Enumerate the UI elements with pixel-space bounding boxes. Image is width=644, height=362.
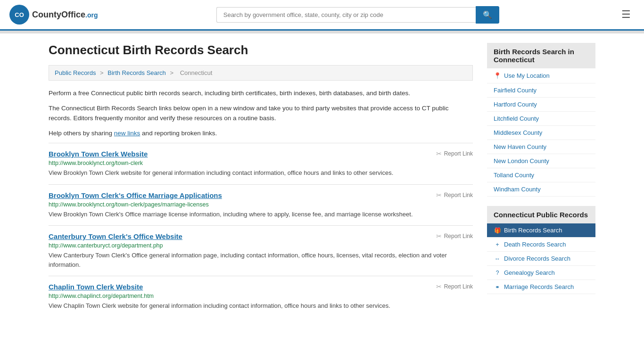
intro3-after: and reporting broken links. <box>140 130 217 137</box>
pr-icon: ? <box>494 270 501 276</box>
main-content: Connecticut Birth Records Search Public … <box>49 43 473 317</box>
county-link[interactable]: New Haven County <box>487 140 595 154</box>
breadcrumb: Public Records > Birth Records Search > … <box>49 65 473 81</box>
result-url[interactable]: http://www.brooklynct.org/town-clerk <box>49 160 473 166</box>
search-area: 🔍 <box>216 6 499 24</box>
site-header: CO CountyOffice.org 🔍 ☰ <box>0 0 644 31</box>
sidebar-section-public-records: Connecticut Public Records 🎁 Birth Recor… <box>487 206 595 294</box>
result-desc: View Canterbury Town Clerk's Office gene… <box>49 251 473 269</box>
public-record-link[interactable]: + Death Records Search <box>487 238 595 251</box>
breadcrumb-public-records[interactable]: Public Records <box>55 69 96 76</box>
report-icon: ✂ <box>436 191 442 199</box>
public-record-link[interactable]: ↔ Divorce Records Search <box>487 252 595 265</box>
result-title[interactable]: Chaplin Town Clerk Website <box>49 283 143 291</box>
pr-label: Marriage Records Search <box>504 283 574 290</box>
county-list: Fairfield CountyHartford CountyLitchfiel… <box>487 83 595 197</box>
breadcrumb-sep1: > <box>100 69 105 76</box>
logo-text: CountyOffice.org <box>32 10 98 20</box>
pr-icon: + <box>494 241 501 248</box>
public-records-list-item: + Death Records Search <box>487 238 595 252</box>
county-link[interactable]: Windham County <box>487 182 595 196</box>
breadcrumb-sep2: > <box>170 69 175 76</box>
result-title[interactable]: Canterbury Town Clerk's Office Website <box>49 232 182 240</box>
sidebar-section2-title: Connecticut Public Records <box>487 206 595 223</box>
public-record-link[interactable]: ⚭ Marriage Records Search <box>487 280 595 294</box>
report-link[interactable]: ✂ Report Link <box>436 150 473 157</box>
county-link[interactable]: New London County <box>487 154 595 168</box>
report-label: Report Link <box>444 283 473 290</box>
search-icon: 🔍 <box>483 11 492 19</box>
report-link[interactable]: ✂ Report Link <box>436 283 473 290</box>
report-label: Report Link <box>444 150 473 157</box>
pr-label: Divorce Records Search <box>504 255 570 262</box>
logo-name: CountyOffice <box>32 10 85 19</box>
result-url[interactable]: http://www.chaplinct.org/department.htm <box>49 293 473 299</box>
county-list-item: Fairfield County <box>487 83 595 98</box>
breadcrumb-connecticut: Connecticut <box>180 69 213 76</box>
logo-icon: CO <box>9 5 29 25</box>
intro-paragraph-1: Perform a free Connecticut public birth … <box>49 88 473 99</box>
report-icon: ✂ <box>436 232 442 240</box>
intro-paragraph-3: Help others by sharing new links and rep… <box>49 128 473 139</box>
intro-paragraph-2: The Connecticut Birth Records Search lin… <box>49 103 473 123</box>
hamburger-icon: ☰ <box>621 8 631 20</box>
page-title: Connecticut Birth Records Search <box>49 43 473 58</box>
report-icon: ✂ <box>436 283 442 290</box>
use-location-label: Use My Location <box>504 72 550 79</box>
public-records-list: 🎁 Birth Records Search + Death Records S… <box>487 223 595 294</box>
search-button[interactable]: 🔍 <box>476 6 499 24</box>
county-link[interactable]: Fairfield County <box>487 83 595 97</box>
public-records-list-item: ↔ Divorce Records Search <box>487 252 595 266</box>
result-title[interactable]: Brooklyn Town Clerk's Office Marriage Ap… <box>49 191 222 199</box>
report-link[interactable]: ✂ Report Link <box>436 232 473 240</box>
pr-icon: ↔ <box>494 255 501 262</box>
menu-button[interactable]: ☰ <box>618 7 635 23</box>
search-input[interactable] <box>216 7 476 23</box>
report-icon: ✂ <box>436 150 442 157</box>
sidebar-section-counties: Birth Records Search in Connecticut 📍 Us… <box>487 43 595 197</box>
intro3-before: Help others by sharing <box>49 130 114 137</box>
sidebar-section1-title: Birth Records Search in Connecticut <box>487 43 595 68</box>
pr-icon: 🎁 <box>494 227 501 234</box>
public-records-list-item: ? Genealogy Search <box>487 266 595 280</box>
pr-label: Death Records Search <box>504 241 566 248</box>
pr-label: Birth Records Search <box>504 227 562 234</box>
result-item: Canterbury Town Clerk's Office Website ✂… <box>49 225 473 276</box>
new-links-link[interactable]: new links <box>114 130 140 137</box>
breadcrumb-birth-records[interactable]: Birth Records Search <box>107 69 166 76</box>
result-item: Brooklyn Town Clerk Website ✂ Report Lin… <box>49 143 473 184</box>
result-url[interactable]: http://www.brooklynct.org/town-clerk/pag… <box>49 201 473 208</box>
result-header: Canterbury Town Clerk's Office Website ✂… <box>49 232 473 240</box>
result-title[interactable]: Brooklyn Town Clerk Website <box>49 150 148 158</box>
result-header: Brooklyn Town Clerk's Office Marriage Ap… <box>49 191 473 199</box>
county-list-item: Tolland County <box>487 168 595 182</box>
main-wrapper: Connecticut Birth Records Search Public … <box>39 33 605 327</box>
use-my-location[interactable]: 📍 Use My Location <box>487 68 595 83</box>
svg-text:CO: CO <box>15 11 24 18</box>
county-list-item: Middlesex County <box>487 126 595 140</box>
report-label: Report Link <box>444 192 473 198</box>
county-list-item: New Haven County <box>487 140 595 154</box>
county-list-item: Windham County <box>487 182 595 197</box>
county-link[interactable]: Tolland County <box>487 168 595 182</box>
pr-label: Genealogy Search <box>504 269 555 276</box>
result-desc: View Chaplin Town Clerk website for gene… <box>49 301 473 311</box>
county-list-item: Litchfield County <box>487 112 595 126</box>
public-record-link[interactable]: 🎁 Birth Records Search <box>487 223 595 237</box>
pr-icon: ⚭ <box>494 284 501 290</box>
result-header: Brooklyn Town Clerk Website ✂ Report Lin… <box>49 150 473 158</box>
result-url[interactable]: http://www.canterburyct.org/department.p… <box>49 242 473 249</box>
results-list: Brooklyn Town Clerk Website ✂ Report Lin… <box>49 143 473 317</box>
county-link[interactable]: Middlesex County <box>487 126 595 140</box>
result-item: Brooklyn Town Clerk's Office Marriage Ap… <box>49 184 473 226</box>
county-link[interactable]: Hartford County <box>487 98 595 111</box>
county-link[interactable]: Litchfield County <box>487 112 595 125</box>
public-record-link[interactable]: ? Genealogy Search <box>487 266 595 280</box>
public-records-list-item: 🎁 Birth Records Search <box>487 223 595 238</box>
county-list-item: New London County <box>487 154 595 168</box>
sidebar: Birth Records Search in Connecticut 📍 Us… <box>487 43 595 317</box>
report-link[interactable]: ✂ Report Link <box>436 191 473 199</box>
result-desc: View Brooklyn Town Clerk website for gen… <box>49 168 473 178</box>
result-item: Chaplin Town Clerk Website ✂ Report Link… <box>49 276 473 317</box>
location-icon: 📍 <box>494 72 501 79</box>
